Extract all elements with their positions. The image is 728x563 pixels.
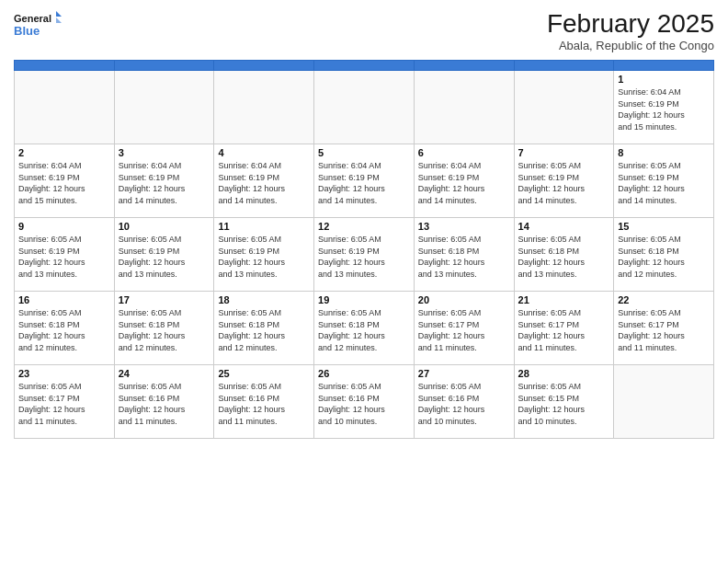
day-number: 4 [218,147,310,158]
table-row: 2Sunrise: 6:04 AM Sunset: 6:19 PM Daylig… [15,144,115,218]
table-row [114,71,214,144]
calendar-table: 1Sunrise: 6:04 AM Sunset: 6:19 PM Daylig… [14,60,714,439]
day-number: 15 [618,221,710,232]
table-row: 12Sunrise: 6:05 AM Sunset: 6:19 PM Dayli… [314,218,415,292]
day-number: 16 [18,294,110,305]
location: Abala, Republic of the Congo [547,39,714,52]
day-number: 18 [218,294,310,305]
day-info: Sunrise: 6:04 AM Sunset: 6:19 PM Dayligh… [618,86,710,132]
day-info: Sunrise: 6:05 AM Sunset: 6:18 PM Dayligh… [518,234,610,280]
table-row: 23Sunrise: 6:05 AM Sunset: 6:17 PM Dayli… [15,365,115,439]
table-row: 18Sunrise: 6:05 AM Sunset: 6:18 PM Dayli… [214,292,314,365]
col-tuesday [214,61,314,71]
table-row: 10Sunrise: 6:05 AM Sunset: 6:19 PM Dayli… [114,218,214,292]
day-number: 13 [418,221,510,232]
day-number: 17 [119,294,210,305]
table-row: 21Sunrise: 6:05 AM Sunset: 6:17 PM Dayli… [514,292,614,365]
day-info: Sunrise: 6:04 AM Sunset: 6:19 PM Dayligh… [218,160,310,206]
day-info: Sunrise: 6:05 AM Sunset: 6:18 PM Dayligh… [18,307,110,353]
day-info: Sunrise: 6:05 AM Sunset: 6:17 PM Dayligh… [18,381,110,427]
table-row: 20Sunrise: 6:05 AM Sunset: 6:17 PM Dayli… [414,292,514,365]
day-info: Sunrise: 6:05 AM Sunset: 6:17 PM Dayligh… [618,307,710,353]
day-number: 20 [418,294,510,305]
day-info: Sunrise: 6:05 AM Sunset: 6:18 PM Dayligh… [618,234,710,280]
table-row [414,71,514,144]
header: General Blue February 2025 Abala, Republ… [14,9,714,52]
logo: General Blue [14,9,62,39]
col-friday [514,61,614,71]
table-row: 17Sunrise: 6:05 AM Sunset: 6:18 PM Dayli… [114,292,214,365]
month-title: February 2025 [547,9,714,39]
table-row: 16Sunrise: 6:05 AM Sunset: 6:18 PM Dayli… [15,292,115,365]
table-row: 1Sunrise: 6:04 AM Sunset: 6:19 PM Daylig… [614,71,714,144]
table-row: 3Sunrise: 6:04 AM Sunset: 6:19 PM Daylig… [114,144,214,218]
day-number: 24 [119,368,210,379]
calendar-header-row [15,61,714,71]
day-info: Sunrise: 6:05 AM Sunset: 6:19 PM Dayligh… [18,234,110,280]
day-number: 7 [518,147,610,158]
table-row: 24Sunrise: 6:05 AM Sunset: 6:16 PM Dayli… [114,365,214,439]
day-number: 28 [518,368,610,379]
col-sunday [15,61,115,71]
day-info: Sunrise: 6:05 AM Sunset: 6:19 PM Dayligh… [318,234,410,280]
day-number: 3 [119,147,210,158]
calendar-week-row: 9Sunrise: 6:05 AM Sunset: 6:19 PM Daylig… [15,218,714,292]
col-wednesday [314,61,415,71]
day-info: Sunrise: 6:04 AM Sunset: 6:19 PM Dayligh… [18,160,110,206]
table-row: 14Sunrise: 6:05 AM Sunset: 6:18 PM Dayli… [514,218,614,292]
day-number: 27 [418,368,510,379]
day-number: 23 [18,368,110,379]
logo-svg: General Blue [14,9,62,39]
col-monday [114,61,214,71]
day-number: 14 [518,221,610,232]
day-info: Sunrise: 6:05 AM Sunset: 6:17 PM Dayligh… [518,307,610,353]
day-number: 19 [318,294,410,305]
table-row: 26Sunrise: 6:05 AM Sunset: 6:16 PM Dayli… [314,365,415,439]
day-info: Sunrise: 6:05 AM Sunset: 6:18 PM Dayligh… [218,307,310,353]
day-number: 9 [18,221,110,232]
day-info: Sunrise: 6:05 AM Sunset: 6:16 PM Dayligh… [218,381,310,427]
table-row [15,71,115,144]
table-row: 8Sunrise: 6:05 AM Sunset: 6:19 PM Daylig… [614,144,714,218]
table-row [614,365,714,439]
day-number: 5 [318,147,410,158]
col-thursday [414,61,514,71]
svg-marker-3 [56,17,62,23]
day-number: 6 [418,147,510,158]
day-info: Sunrise: 6:05 AM Sunset: 6:19 PM Dayligh… [218,234,310,280]
day-number: 21 [518,294,610,305]
day-info: Sunrise: 6:04 AM Sunset: 6:19 PM Dayligh… [418,160,510,206]
day-info: Sunrise: 6:05 AM Sunset: 6:19 PM Dayligh… [119,234,210,280]
svg-text:General: General [14,13,51,24]
table-row: 5Sunrise: 6:04 AM Sunset: 6:19 PM Daylig… [314,144,415,218]
day-number: 8 [618,147,710,158]
day-number: 10 [119,221,210,232]
day-info: Sunrise: 6:05 AM Sunset: 6:18 PM Dayligh… [119,307,210,353]
col-saturday [614,61,714,71]
svg-text:Blue: Blue [14,24,40,38]
day-number: 12 [318,221,410,232]
day-info: Sunrise: 6:05 AM Sunset: 6:17 PM Dayligh… [418,307,510,353]
table-row [314,71,415,144]
calendar-week-row: 16Sunrise: 6:05 AM Sunset: 6:18 PM Dayli… [15,292,714,365]
table-row: 13Sunrise: 6:05 AM Sunset: 6:18 PM Dayli… [414,218,514,292]
calendar-week-row: 1Sunrise: 6:04 AM Sunset: 6:19 PM Daylig… [15,71,714,144]
day-info: Sunrise: 6:04 AM Sunset: 6:19 PM Dayligh… [119,160,210,206]
day-info: Sunrise: 6:05 AM Sunset: 6:19 PM Dayligh… [518,160,610,206]
day-info: Sunrise: 6:05 AM Sunset: 6:16 PM Dayligh… [418,381,510,427]
table-row: 22Sunrise: 6:05 AM Sunset: 6:17 PM Dayli… [614,292,714,365]
table-row: 27Sunrise: 6:05 AM Sunset: 6:16 PM Dayli… [414,365,514,439]
day-info: Sunrise: 6:05 AM Sunset: 6:15 PM Dayligh… [518,381,610,427]
day-number: 25 [218,368,310,379]
table-row: 28Sunrise: 6:05 AM Sunset: 6:15 PM Dayli… [514,365,614,439]
title-block: February 2025 Abala, Republic of the Con… [547,9,714,52]
table-row: 4Sunrise: 6:04 AM Sunset: 6:19 PM Daylig… [214,144,314,218]
table-row: 15Sunrise: 6:05 AM Sunset: 6:18 PM Dayli… [614,218,714,292]
table-row: 6Sunrise: 6:04 AM Sunset: 6:19 PM Daylig… [414,144,514,218]
table-row: 9Sunrise: 6:05 AM Sunset: 6:19 PM Daylig… [15,218,115,292]
table-row: 19Sunrise: 6:05 AM Sunset: 6:18 PM Dayli… [314,292,415,365]
day-info: Sunrise: 6:05 AM Sunset: 6:18 PM Dayligh… [418,234,510,280]
table-row: 7Sunrise: 6:05 AM Sunset: 6:19 PM Daylig… [514,144,614,218]
day-info: Sunrise: 6:05 AM Sunset: 6:19 PM Dayligh… [618,160,710,206]
day-info: Sunrise: 6:05 AM Sunset: 6:16 PM Dayligh… [318,381,410,427]
